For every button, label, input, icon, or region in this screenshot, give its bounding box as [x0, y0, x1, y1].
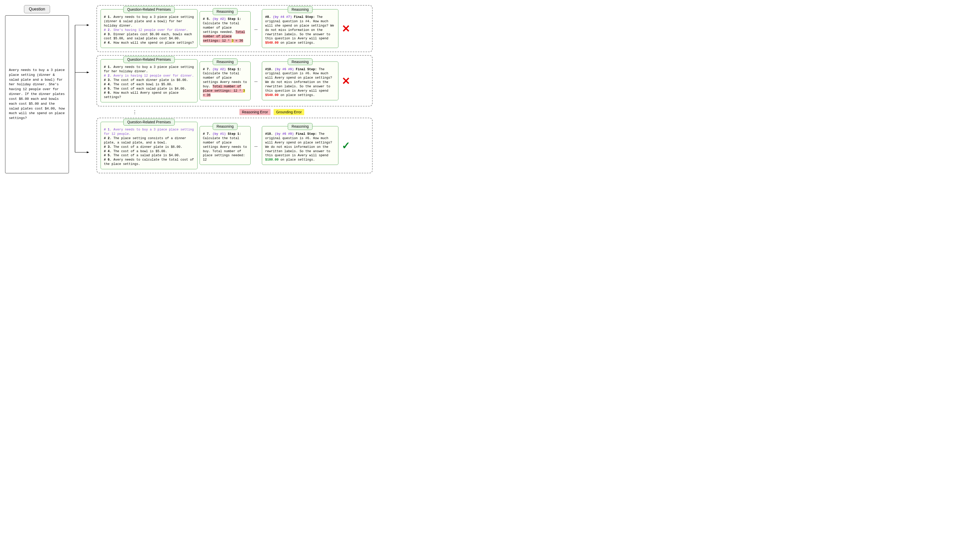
- card-label-reasoning: Reasoning: [213, 8, 238, 15]
- step-head: # 5. (by #2) Step 1:: [203, 17, 247, 21]
- premise-line: # 1. Avery needs to buy a 3 piece place …: [104, 15, 194, 28]
- premise-line: # 4. How much will she spend on place se…: [104, 41, 194, 45]
- x-icon: ✕: [340, 76, 352, 86]
- premise-line: # 4. The cost of each bowl is $5.00.: [104, 83, 194, 87]
- grounding-error-span: 3: [243, 89, 245, 92]
- premise-line: # 4. The cost of a bowl is $5.00.: [104, 149, 194, 154]
- card-label-premises: Question-Related Premises: [123, 6, 175, 13]
- reason-text: Calculate the total number of place sett…: [203, 137, 247, 162]
- reasoning-path: Question-Related Premises # 1. Avery nee…: [97, 5, 372, 52]
- connector-arrows: [75, 5, 90, 173]
- step-head: # 7. (by #1) Step 1:: [203, 132, 247, 136]
- reasoning-card: Reasoning # 7. (by #1) Step 1: Calculate…: [200, 126, 251, 165]
- check-icon: ✓: [340, 140, 352, 151]
- premise-line: # 6. How much will Avery spend on place …: [104, 91, 194, 100]
- vertical-ellipsis-icon: ⋮: [97, 111, 173, 113]
- ellipsis: …: [253, 144, 260, 148]
- reasoning-path: Question-Related Premises # 1. Avery nee…: [97, 118, 372, 173]
- card-label-reasoning: Reasoning: [288, 123, 313, 130]
- premise-line: # 3. Dinner plates cost $6.00 each, bowl…: [104, 32, 194, 41]
- premise-line: # 2. Avery is having 12 people over for …: [104, 74, 194, 78]
- reason-text: Calculate the total number of place sett…: [203, 22, 239, 34]
- premises-card: Question-Related Premises # 1. Avery nee…: [100, 122, 197, 169]
- ellipsis: …: [253, 27, 260, 30]
- card-label-reasoning: Reasoning: [288, 59, 313, 65]
- question-column: Question Avery needs to buy a 3 piece pl…: [5, 5, 69, 173]
- question-body: Avery needs to buy a 3 piece place setti…: [5, 15, 69, 173]
- reasoning-card: Reasoning # 5. (by #2) Step 1: Calculate…: [200, 11, 251, 46]
- premise-line: # 6. Avery needs to calculate the total …: [104, 158, 194, 166]
- premise-line: # 3. The cost of a dinner plate is $6.00…: [104, 145, 194, 149]
- mid-row: ⋮ Reasoning Error Grounding Error: [97, 110, 372, 115]
- legend: Reasoning Error Grounding Error: [239, 109, 304, 115]
- question-text: Avery needs to buy a 3 piece place setti…: [9, 68, 65, 121]
- premises-card: Question-Related Premises # 1. Avery nee…: [100, 59, 197, 102]
- legend-grounding-error: Grounding Error: [274, 109, 304, 115]
- diagram-root: Question Avery needs to buy a 3 piece pl…: [5, 5, 372, 173]
- answer-value: $180.00: [265, 158, 279, 162]
- ellipsis: …: [253, 79, 260, 83]
- premise-line: # 3. The cost of each dinner plate is $6…: [104, 78, 194, 83]
- question-label: Question: [24, 5, 50, 13]
- x-icon: ✕: [340, 24, 352, 34]
- card-label-reasoning: Reasoning: [288, 6, 313, 13]
- reasoning-card: Reasoning #10. (by #6 #9) Final Step: Th…: [262, 126, 339, 165]
- answer-value: $540.00: [265, 93, 279, 97]
- paths-column: Question-Related Premises # 1. Avery nee…: [97, 5, 372, 173]
- card-label-premises: Question-Related Premises: [123, 119, 175, 126]
- premise-line: # 5. The cost of each salad plate is $4.…: [104, 87, 194, 91]
- premise-line: # 2. She's having 12 people over for din…: [104, 28, 194, 32]
- reasoning-card: Reasoning # 7. (by #2) Step 1: Calculate…: [200, 62, 251, 100]
- card-label-reasoning: Reasoning: [213, 59, 238, 65]
- legend-reasoning-error: Reasoning Error: [239, 109, 270, 115]
- premise-line: # 1. Avery needs to buy a 3 piece place …: [104, 65, 194, 74]
- premise-line: # 5. The cost of a salad plate is $4.00.: [104, 153, 194, 158]
- card-label-reasoning: Reasoning: [213, 123, 238, 130]
- reasoning-path: Question-Related Premises # 1. Avery nee…: [97, 55, 372, 107]
- step-head: # 7. (by #2) Step 1:: [203, 67, 247, 72]
- answer-value: $540.00: [265, 41, 279, 45]
- card-label-premises: Question-Related Premises: [123, 56, 175, 63]
- reasoning-card: Reasoning #10. (by #6 #9) Final Step: Th…: [262, 62, 339, 100]
- premise-line: # 2. The place setting consists of a din…: [104, 136, 194, 145]
- reasoning-card: Reasoning #8. (by #4 #7) Final Step: The…: [262, 9, 339, 48]
- premises-card: Question-Related Premises # 1. Avery nee…: [100, 9, 197, 48]
- premise-line: # 1. Avery needs to buy a 3 piece place …: [104, 127, 194, 136]
- grounding-error-span: 3: [232, 39, 234, 43]
